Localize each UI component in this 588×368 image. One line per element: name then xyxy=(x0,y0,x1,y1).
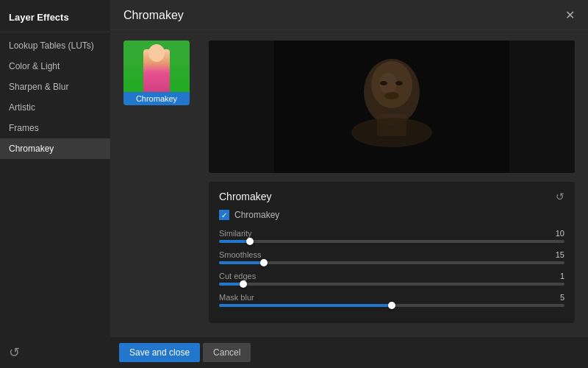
chromakey-checkbox[interactable] xyxy=(219,210,229,220)
chromakey-checkbox-row: Chromakey xyxy=(219,210,564,220)
slider-mask-blur-track[interactable] xyxy=(219,304,564,307)
slider-cut-edges-track[interactable] xyxy=(219,283,564,286)
sidebar-item-color-light[interactable]: Color & Light xyxy=(0,56,110,77)
settings-panel: Chromakey ↺ Chromakey Similarity 10 xyxy=(209,182,575,323)
close-button[interactable]: ✕ xyxy=(565,10,575,21)
slider-mask-blur: Mask blur 5 xyxy=(219,293,564,307)
sidebar-reset-icon[interactable]: ↺ xyxy=(9,345,20,360)
svg-point-7 xyxy=(395,81,403,85)
content-header: Chromakey ✕ xyxy=(110,0,588,30)
svg-point-4 xyxy=(351,118,432,147)
slider-smoothless-value: 15 xyxy=(556,250,564,259)
slider-similarity-label: Similarity xyxy=(219,229,252,238)
sidebar-footer: ↺ xyxy=(0,337,110,368)
slider-mask-blur-fill xyxy=(219,304,392,307)
sidebar: Layer Effects Lookup Tables (LUTs) Color… xyxy=(0,0,110,368)
content-title: Chromakey xyxy=(123,9,184,22)
chromakey-checkbox-label: Chromakey xyxy=(234,210,279,220)
slider-smoothless: Smoothless 15 xyxy=(219,250,564,264)
preview-panel: Chromakey ↺ Chromakey Similarity 10 xyxy=(209,40,575,358)
preview-image xyxy=(209,40,575,173)
slider-smoothless-thumb[interactable] xyxy=(260,259,268,266)
sidebar-title: Layer Effects xyxy=(0,6,110,32)
slider-similarity-value: 10 xyxy=(556,229,564,238)
thumb-girl-graphic xyxy=(123,40,190,92)
slider-cut-edges-label: Cut edges xyxy=(219,272,256,280)
thumbnail-label: Chromakey xyxy=(123,92,190,105)
portrait-svg xyxy=(209,40,575,173)
slider-mask-blur-label: Mask blur xyxy=(219,293,254,302)
thumbnails-panel: Chromakey xyxy=(123,40,197,358)
slider-smoothless-label: Smoothless xyxy=(219,250,261,259)
sidebar-item-sharpen-blur[interactable]: Sharpen & Blur xyxy=(0,77,110,97)
settings-title: Chromakey xyxy=(219,191,272,202)
slider-mask-blur-value: 5 xyxy=(560,293,564,302)
slider-cut-edges: Cut edges 1 xyxy=(219,272,564,286)
slider-similarity-track[interactable] xyxy=(219,240,564,243)
content-area: Chromakey ✕ Chromakey xyxy=(110,0,588,368)
slider-mask-blur-thumb[interactable] xyxy=(388,302,395,309)
save-and-close-button[interactable]: Save and close xyxy=(119,343,200,362)
slider-similarity: Similarity 10 xyxy=(219,229,564,243)
settings-header: Chromakey ↺ xyxy=(219,191,564,202)
main-container: Layer Effects Lookup Tables (LUTs) Color… xyxy=(0,0,588,368)
bottom-bar: Save and close Cancel xyxy=(110,337,588,368)
settings-reset-icon[interactable]: ↺ xyxy=(556,191,564,202)
sidebar-item-artistic[interactable]: Artistic xyxy=(0,97,110,118)
cancel-button[interactable]: Cancel xyxy=(203,343,251,362)
slider-similarity-fill xyxy=(219,240,250,243)
slider-cut-edges-value: 1 xyxy=(560,272,564,280)
thumbnail-image xyxy=(123,40,190,92)
sidebar-item-chromakey[interactable]: Chromakey xyxy=(0,138,110,159)
content-body: Chromakey xyxy=(110,30,588,368)
slider-smoothless-fill xyxy=(219,261,264,264)
sidebar-item-lookup-tables[interactable]: Lookup Tables (LUTs) xyxy=(0,35,110,56)
svg-point-6 xyxy=(380,81,387,85)
svg-point-8 xyxy=(384,92,399,99)
slider-smoothless-track[interactable] xyxy=(219,261,564,264)
thumbnail-chromakey[interactable]: Chromakey xyxy=(123,40,190,105)
slider-cut-edges-thumb[interactable] xyxy=(240,280,247,288)
slider-similarity-thumb[interactable] xyxy=(246,238,254,245)
sidebar-item-frames[interactable]: Frames xyxy=(0,118,110,138)
